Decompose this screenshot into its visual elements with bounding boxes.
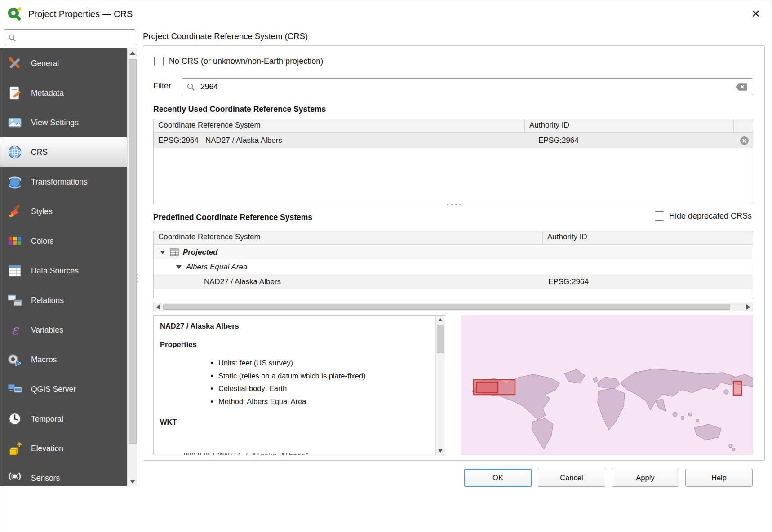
help-button[interactable]: Help <box>685 469 753 487</box>
scroll-down-icon[interactable] <box>436 447 445 455</box>
close-button[interactable]: ✕ <box>746 5 765 23</box>
hide-deprecated-row: Hide deprecated CRSs <box>655 211 752 221</box>
sidebar-item-macros[interactable]: Macros <box>0 345 127 374</box>
crs-details-content: NAD27 / Alaska Albers Properties Units: … <box>154 316 435 455</box>
map-island <box>673 412 677 417</box>
details-scrollbar-thumb[interactable] <box>437 325 444 353</box>
scroll-up-icon[interactable] <box>436 316 445 324</box>
sidebar-item-label: Variables <box>31 325 63 335</box>
property-item: Celestial body: Earth <box>218 383 435 395</box>
tools-icon <box>7 55 23 71</box>
hide-deprecated-checkbox[interactable] <box>655 211 664 221</box>
sidebar-item-sensors[interactable]: Sensors <box>0 463 127 486</box>
column-header-authority[interactable]: Authority ID <box>525 119 734 132</box>
window-title: Project Properties — CRS <box>28 0 133 27</box>
no-crs-row: No CRS (or unknown/non-Earth projection) <box>154 57 323 66</box>
sidebar-item-styles[interactable]: Styles <box>0 197 127 226</box>
sidebar-item-qgis-server[interactable]: QGIS Server <box>0 374 127 404</box>
tree-row-projected[interactable]: Projected <box>154 245 753 259</box>
section-splitter-handle[interactable] <box>143 204 764 205</box>
sidebar-item-variables[interactable]: ε Variables <box>0 315 127 345</box>
map-new-zealand <box>732 448 735 451</box>
sidebar-item-label: QGIS Server <box>31 385 76 394</box>
table-row[interactable]: EPSG:2964 - NAD27 / Alaska Albers EPSG:2… <box>154 133 753 148</box>
sidebar-item-metadata[interactable]: Metadata <box>0 78 127 108</box>
sidebar-item-label: CRS <box>31 148 48 157</box>
filter-box <box>182 78 753 95</box>
crs-name: NAD27 / Alaska Albers <box>160 322 435 330</box>
page-title: Project Coordinate Reference System (CRS… <box>143 28 308 44</box>
filter-label: Filter <box>153 81 171 91</box>
table-header: Coordinate Reference System Authority ID <box>154 119 753 133</box>
predefined-crs-table: Coordinate Reference System Authority ID… <box>153 231 753 299</box>
sidebar-item-transformations[interactable]: Transformations <box>0 167 127 197</box>
sidebar-item-temporal[interactable]: Temporal <box>0 404 127 434</box>
property-item: Method: Albers Equal Area <box>218 396 435 408</box>
view-settings-icon <box>7 114 23 131</box>
colors-icon <box>7 233 23 249</box>
column-header-authority[interactable]: Authority ID <box>543 231 753 244</box>
sidebar-scrollbar-thumb[interactable] <box>129 59 137 444</box>
column-header-crs[interactable]: Coordinate Reference System <box>154 231 543 244</box>
collapse-icon[interactable] <box>160 251 165 254</box>
sidebar-item-elevation[interactable]: Elevation <box>0 434 127 463</box>
styles-icon <box>7 203 23 220</box>
tree-row-albers[interactable]: Albers Equal Area <box>154 259 753 274</box>
cancel-button[interactable]: Cancel <box>538 469 605 487</box>
search-icon <box>186 83 195 91</box>
horizontal-scrollbar-thumb[interactable] <box>163 304 730 310</box>
remove-icon[interactable] <box>740 136 749 145</box>
crs-globe-icon <box>7 144 23 160</box>
predefined-crs-heading: Predefined Coordinate Reference Systems <box>153 213 312 222</box>
metadata-icon <box>7 85 23 101</box>
sidebar-item-crs[interactable]: CRS <box>0 137 127 167</box>
scroll-up-icon[interactable] <box>128 48 138 57</box>
sidebar-item-label: Transformations <box>31 177 88 187</box>
sidebar-item-label: Macros <box>31 355 57 365</box>
ok-button[interactable]: OK <box>464 469 532 487</box>
recent-crs-table: Coordinate Reference System Authority ID… <box>153 119 753 204</box>
crs-cell: EPSG:2964 - NAD27 / Alaska Albers <box>154 136 525 145</box>
sidebar-item-relations[interactable]: Relations <box>0 286 127 315</box>
sidebar-search-input[interactable] <box>16 30 135 46</box>
clear-filter-icon[interactable] <box>735 83 747 91</box>
sidebar-divider <box>138 27 138 487</box>
qgis-logo-icon <box>6 5 23 22</box>
sidebar-item-colors[interactable]: Colors <box>0 226 127 256</box>
sidebar-item-general[interactable]: General <box>0 48 127 78</box>
properties-list: Units: feet (US survey) Static (relies o… <box>218 357 435 408</box>
sidebar-item-label: Elevation <box>31 444 63 453</box>
tree-label: Albers Equal Area <box>186 263 247 272</box>
project-properties-dialog: Project Properties — CRS ✕ General Metad… <box>0 0 772 532</box>
sidebar-item-data-sources[interactable]: Data Sources <box>0 256 127 286</box>
column-header-crs[interactable]: Coordinate Reference System <box>154 119 525 132</box>
sidebar-item-label: Temporal <box>31 414 63 424</box>
sidebar-item-view-settings[interactable]: View Settings <box>0 108 127 137</box>
scroll-left-icon[interactable] <box>154 303 163 311</box>
search-icon <box>8 34 16 42</box>
map-australia <box>694 424 721 440</box>
sidebar-splitter-handle[interactable] <box>136 269 140 287</box>
filter-input[interactable] <box>195 79 735 95</box>
sidebar-search <box>4 29 135 46</box>
wkt-line: PROJCRS["NAD27 / Alaska Albers", <box>183 451 435 455</box>
world-map <box>461 315 753 455</box>
sidebar-scrollbar <box>127 48 137 486</box>
wkt-heading: WKT <box>160 418 435 426</box>
crs-extent-highlight-east <box>733 381 741 395</box>
sidebar-item-label: View Settings <box>31 118 79 128</box>
scroll-down-icon[interactable] <box>128 477 138 486</box>
apply-button[interactable]: Apply <box>612 469 679 487</box>
sidebar-item-label: Sensors <box>31 474 60 483</box>
crs-extent-map <box>461 315 753 455</box>
collapse-icon[interactable] <box>176 265 182 269</box>
no-crs-checkbox[interactable] <box>154 57 164 66</box>
sidebar-item-label: Relations <box>31 296 64 305</box>
authority-cell: EPSG:2964 <box>543 277 753 286</box>
tree-row-nad27-alaska-albers[interactable]: NAD27 / Alaska Albers EPSG:2964 <box>154 274 753 289</box>
sidebar-item-label: Colors <box>31 237 54 246</box>
wkt-code: PROJCRS["NAD27 / Alaska Albers", BASEGEO… <box>183 430 435 455</box>
properties-heading: Properties <box>160 340 435 349</box>
scroll-right-icon[interactable] <box>744 303 753 311</box>
svg-text:ε: ε <box>11 322 19 338</box>
